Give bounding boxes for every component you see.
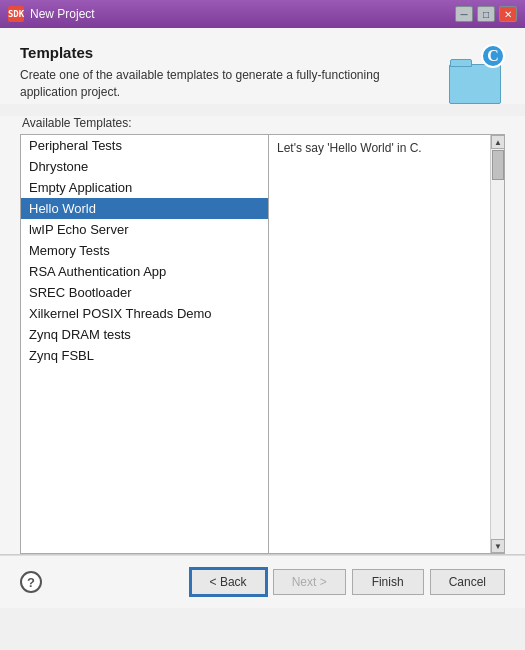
template-list-item[interactable]: Xilkernel POSIX Threads Demo: [21, 303, 268, 324]
scroll-down-button[interactable]: ▼: [491, 539, 505, 553]
page-description: Create one of the available templates to…: [20, 67, 400, 101]
footer-right: < Back Next > Finish Cancel: [190, 568, 505, 596]
cancel-button[interactable]: Cancel: [430, 569, 505, 595]
title-bar: SDK New Project ─ □ ✕: [0, 0, 525, 28]
template-list-item[interactable]: Empty Application: [21, 177, 268, 198]
finish-button[interactable]: Finish: [352, 569, 424, 595]
next-button[interactable]: Next >: [273, 569, 346, 595]
title-bar-buttons: ─ □ ✕: [455, 6, 517, 22]
back-button[interactable]: < Back: [190, 568, 267, 596]
template-list-item[interactable]: Memory Tests: [21, 240, 268, 261]
description-text: Let's say 'Hello World' in C.: [277, 141, 422, 155]
title-bar-icon: SDK: [8, 6, 24, 22]
template-list[interactable]: Peripheral TestsDhrystoneEmpty Applicati…: [21, 135, 269, 553]
footer: ? < Back Next > Finish Cancel: [0, 555, 525, 608]
template-list-item[interactable]: Zynq FSBL: [21, 345, 268, 366]
header-text: Templates Create one of the available te…: [20, 44, 400, 101]
scroll-track: [491, 149, 504, 539]
dialog-body: Templates Create one of the available te…: [0, 28, 525, 104]
minimize-button[interactable]: ─: [455, 6, 473, 22]
folder-icon: [449, 64, 501, 104]
footer-left: ?: [20, 571, 42, 593]
header-icon: C: [445, 44, 505, 104]
template-list-item[interactable]: lwIP Echo Server: [21, 219, 268, 240]
title-bar-text: New Project: [30, 7, 455, 21]
template-list-item[interactable]: Hello World: [21, 198, 268, 219]
close-button[interactable]: ✕: [499, 6, 517, 22]
header-section: Templates Create one of the available te…: [20, 44, 505, 104]
template-list-item[interactable]: Peripheral Tests: [21, 135, 268, 156]
template-list-item[interactable]: Dhrystone: [21, 156, 268, 177]
template-description: Let's say 'Hello World' in C.: [269, 135, 490, 553]
template-list-item[interactable]: Zynq DRAM tests: [21, 324, 268, 345]
template-list-item[interactable]: SREC Bootloader: [21, 282, 268, 303]
content-wrapper: Available Templates: Peripheral TestsDhr…: [0, 116, 525, 554]
page-title: Templates: [20, 44, 400, 61]
maximize-button[interactable]: □: [477, 6, 495, 22]
help-button[interactable]: ?: [20, 571, 42, 593]
scroll-up-button[interactable]: ▲: [491, 135, 505, 149]
scrollbar-area[interactable]: ▲ ▼: [490, 135, 504, 553]
scroll-thumb[interactable]: [492, 150, 504, 180]
template-list-item[interactable]: RSA Authentication App: [21, 261, 268, 282]
template-area: Peripheral TestsDhrystoneEmpty Applicati…: [20, 134, 505, 554]
available-templates-label: Available Templates:: [20, 116, 505, 130]
c-badge: C: [481, 44, 505, 68]
